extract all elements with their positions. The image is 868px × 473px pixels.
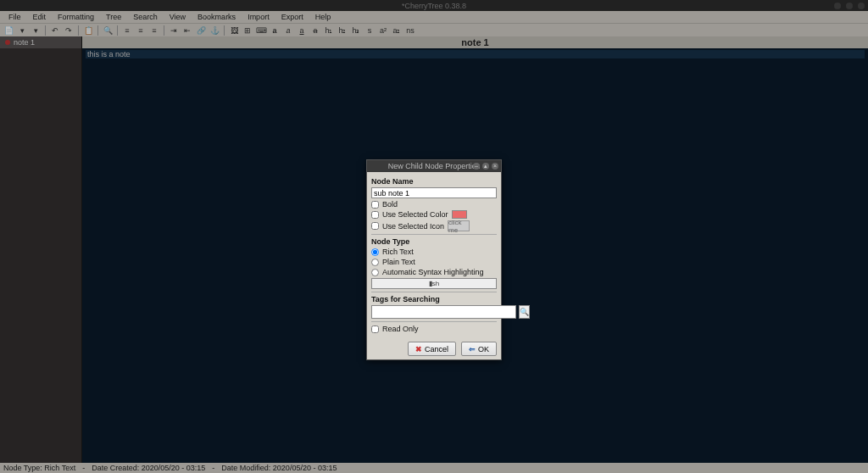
auto-syntax-radio[interactable]	[371, 269, 379, 276]
use-color-label: Use Selected Color	[382, 210, 448, 219]
menu-file[interactable]: File	[3, 13, 26, 21]
plain-text-radio[interactable]	[371, 259, 379, 266]
statusbar: Node Type: Rich Text - Date Created: 202…	[0, 463, 868, 473]
tb-h1-icon[interactable]: h₁	[324, 25, 334, 36]
dialog-titlebar[interactable]: New Child Node Properties – ▴ ×	[367, 160, 501, 172]
tags-label: Tags for Searching	[371, 295, 497, 303]
tb-sep	[164, 25, 164, 36]
plain-text-label: Plain Text	[382, 258, 415, 266]
tb-table-icon[interactable]: ⊞	[242, 25, 253, 36]
dialog-buttons: ✖ Cancel ⇐ OK	[367, 338, 501, 359]
tb-h2-icon[interactable]: h₂	[337, 25, 348, 36]
menu-export[interactable]: Export	[276, 13, 309, 21]
cancel-icon: ✖	[415, 345, 422, 353]
cancel-button[interactable]: ✖ Cancel	[408, 342, 456, 356]
cherry-icon	[5, 40, 10, 45]
tb-image-icon[interactable]: 🖼	[229, 25, 239, 36]
menu-edit[interactable]: Edit	[28, 13, 52, 21]
dialog-close-icon[interactable]: ×	[492, 163, 498, 170]
tb-link-icon[interactable]: 🔗	[196, 25, 206, 36]
tb-open-icon[interactable]: ▾	[17, 25, 27, 36]
dialog-min-icon[interactable]: –	[473, 163, 480, 170]
language-select[interactable]: ▮ sh	[371, 278, 497, 289]
tb-list-bullet-icon[interactable]: ≡	[122, 25, 132, 36]
menu-formatting[interactable]: Formatting	[53, 13, 99, 21]
dialog-max-icon[interactable]: ▴	[482, 163, 489, 170]
divider	[371, 321, 497, 322]
menu-help[interactable]: Help	[310, 13, 337, 21]
ok-button[interactable]: ⇐ OK	[461, 342, 497, 356]
readonly-checkbox[interactable]	[371, 326, 379, 333]
dialog-title-text: New Child Node Properties	[388, 162, 481, 170]
language-value: sh	[432, 280, 439, 287]
tb-bold-icon[interactable]: a	[270, 25, 280, 36]
window-titlebar: *CherryTree 0.38.8	[0, 0, 868, 11]
menu-tree[interactable]: Tree	[101, 13, 126, 21]
color-swatch[interactable]	[452, 210, 467, 219]
tree-sidebar[interactable]: note 1	[0, 36, 82, 463]
tb-sep	[45, 25, 46, 36]
window-title: *CherryTree 0.38.8	[402, 2, 466, 10]
new-child-node-dialog: New Child Node Properties – ▴ × Node Nam…	[366, 159, 502, 360]
tb-sep	[117, 25, 118, 36]
tb-paste-icon[interactable]: 📋	[83, 25, 93, 36]
menubar: File Edit Formatting Tree Search View Bo…	[0, 11, 868, 23]
tb-redo-icon[interactable]: ↷	[64, 25, 74, 36]
editor-text: this is a note	[86, 50, 865, 58]
tree-node-label: note 1	[14, 38, 35, 47]
tb-codebox-icon[interactable]: ⌨	[256, 25, 266, 36]
tags-search-button[interactable]: 🔍	[519, 305, 530, 319]
node-name-label: Node Name	[371, 177, 497, 186]
close-icon[interactable]	[858, 3, 865, 9]
tb-monospace-icon[interactable]: ns	[405, 25, 415, 36]
use-icon-label: Use Selected Icon	[382, 222, 444, 231]
menu-search[interactable]: Search	[128, 13, 163, 21]
tb-sep	[97, 25, 98, 36]
maximize-icon[interactable]	[846, 3, 853, 9]
ok-label: OK	[478, 345, 489, 353]
tb-anchor-icon[interactable]: ⚓	[209, 25, 220, 36]
tb-strike-icon[interactable]: a	[310, 25, 320, 36]
tags-input[interactable]	[371, 305, 516, 319]
tb-sup-icon[interactable]: a²	[378, 25, 388, 36]
tb-h3-icon[interactable]: h₃	[351, 25, 361, 36]
use-icon-checkbox[interactable]	[371, 222, 379, 230]
auto-syntax-label: Automatic Syntax Highlighting	[382, 268, 484, 276]
tb-new-icon[interactable]: 📄	[3, 25, 14, 36]
node-type-label: Node Type	[371, 237, 497, 246]
menu-view[interactable]: View	[164, 13, 191, 21]
tb-small-icon[interactable]: s	[364, 25, 375, 36]
tb-indent-icon[interactable]: ⇥	[169, 25, 179, 36]
tb-list-number-icon[interactable]: ≡	[136, 25, 146, 36]
divider	[371, 234, 497, 235]
search-icon: 🔍	[520, 308, 529, 316]
menu-import[interactable]: Import	[242, 13, 275, 21]
tb-undo-icon[interactable]: ↶	[50, 25, 60, 36]
rich-text-radio[interactable]	[371, 248, 379, 256]
tb-save-icon[interactable]: ▾	[31, 25, 41, 36]
tb-sep	[224, 25, 225, 36]
toolbar: 📄 ▾ ▾ ↶ ↷ 📋 🔍 ≡ ≡ ≡ ⇥ ⇤ 🔗 ⚓ 🖼 ⊞ ⌨ a a a …	[0, 23, 868, 36]
tree-node[interactable]: note 1	[0, 36, 81, 48]
menu-bookmarks[interactable]: Bookmarks	[192, 13, 241, 21]
status-created: Date Created: 2020/05/20 - 03:15	[92, 464, 205, 472]
bold-checkbox[interactable]	[371, 201, 379, 209]
bold-label: Bold	[382, 200, 398, 209]
tb-outdent-icon[interactable]: ⇤	[182, 25, 192, 36]
status-modified: Date Modified: 2020/05/20 - 03:15	[221, 464, 337, 472]
tb-sep	[78, 25, 79, 36]
dialog-body: Node Name Bold Use Selected Color Use Se…	[367, 172, 501, 338]
readonly-label: Read Only	[382, 325, 419, 333]
node-name-input[interactable]	[371, 187, 497, 198]
status-nodetype: Node Type: Rich Text	[3, 464, 75, 472]
rich-text-label: Rich Text	[382, 248, 414, 256]
tb-underline-icon[interactable]: a	[297, 25, 307, 36]
use-color-checkbox[interactable]	[371, 211, 379, 219]
tb-list-todo-icon[interactable]: ≡	[149, 25, 159, 36]
tb-find-icon[interactable]: 🔍	[103, 25, 113, 36]
pick-icon-button[interactable]: click me	[448, 220, 470, 231]
tb-sub-icon[interactable]: a₂	[392, 25, 402, 36]
minimize-icon[interactable]	[834, 3, 841, 9]
ok-icon: ⇐	[469, 345, 476, 353]
tb-italic-icon[interactable]: a	[283, 25, 293, 36]
